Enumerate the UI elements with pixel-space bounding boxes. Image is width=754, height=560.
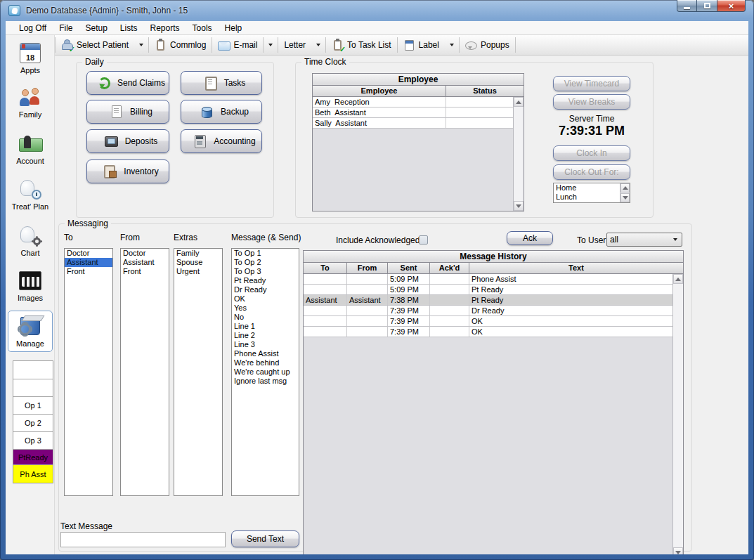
list-item[interactable]: To Op 1 [232, 249, 299, 258]
to-user-combobox[interactable]: all [606, 233, 682, 247]
list-item[interactable]: No [232, 313, 299, 322]
column-header-from[interactable]: From [347, 263, 388, 273]
email-dropdown[interactable] [264, 35, 278, 55]
list-item[interactable]: We're behind [232, 358, 299, 367]
text-message-input[interactable] [60, 532, 226, 547]
view-breaks-button[interactable]: View Breaks [553, 94, 630, 110]
column-header-text[interactable]: Text [469, 263, 683, 273]
employee-row[interactable]: Beth Assistant [313, 108, 524, 118]
list-item[interactable]: Front [65, 267, 112, 276]
letter-dropdown[interactable] [311, 35, 325, 55]
menu-item-help[interactable]: Help [219, 21, 249, 35]
list-item[interactable]: Family [174, 249, 222, 258]
menu-item-reports[interactable]: Reports [144, 21, 186, 35]
list-item[interactable]: Pt Ready [232, 276, 299, 285]
message-history-row[interactable]: 7:39 PM OK [304, 316, 672, 327]
op-row-empty[interactable] [13, 379, 53, 397]
message-history-scrollbar[interactable] [672, 274, 683, 554]
menu-item-tools[interactable]: Tools [186, 21, 219, 35]
menu-item-log-off[interactable]: Log Off [13, 21, 53, 35]
column-header-status[interactable]: Status [446, 86, 524, 96]
sidebar-item-images[interactable]: Images [8, 268, 53, 302]
list-item[interactable]: To Op 2 [232, 258, 299, 267]
inventory-button[interactable]: Inventory [86, 159, 169, 183]
sidebar-item-appts[interactable]: 18 Appts [8, 41, 53, 74]
scroll-down-icon[interactable] [620, 193, 630, 202]
list-item[interactable]: Line 3 [232, 340, 299, 349]
list-item[interactable]: Urgent [174, 267, 222, 276]
menu-item-file[interactable]: File [53, 21, 79, 35]
message-history-row[interactable]: 7:39 PM Dr Ready [304, 306, 672, 316]
list-item[interactable]: Home [554, 183, 630, 193]
title-bar[interactable]: Demo Database {Admin} - Smith, John - 15… [0, 0, 754, 21]
menu-item-lists[interactable]: Lists [114, 21, 144, 35]
commlog-button[interactable]: Commlog [149, 35, 212, 55]
sidebar-item-account[interactable]: Account [8, 131, 53, 165]
clock-out-options-list[interactable]: Home Lunch [553, 183, 630, 203]
employee-grid-scrollbar[interactable] [513, 97, 524, 211]
ack-button[interactable]: Ack [507, 231, 553, 245]
select-patient-dropdown[interactable] [134, 35, 148, 55]
close-button[interactable]: × [717, 0, 746, 12]
select-patient-button[interactable]: ✓ Select Patient [56, 35, 134, 55]
clock-in-button[interactable]: Clock In [553, 145, 630, 161]
minimize-button[interactable] [677, 0, 697, 12]
clock-out-for-button[interactable]: Clock Out For: [553, 164, 630, 180]
list-item[interactable]: Lunch [554, 193, 630, 202]
list-item[interactable]: Ignore last msg [232, 377, 299, 386]
to-task-list-button[interactable]: ✓ To Task List [326, 35, 396, 55]
tasks-button[interactable]: Tasks [181, 71, 262, 95]
message-history-row[interactable]: 7:39 PM OK [304, 327, 672, 337]
list-item[interactable]: Line 2 [232, 331, 299, 340]
column-header-sent[interactable]: Sent [388, 263, 430, 273]
list-item[interactable]: Doctor [121, 249, 169, 258]
op-row-op1[interactable]: Op 1 [13, 397, 53, 415]
list-item-selected[interactable]: Assistant [65, 258, 112, 267]
op-row-op2[interactable]: Op 2 [13, 415, 53, 432]
backup-button[interactable]: Backup [181, 100, 262, 124]
list-item[interactable]: To Op 3 [232, 267, 299, 276]
list-item[interactable]: OK [232, 294, 299, 304]
column-header-ackd[interactable]: Ack'd [430, 263, 469, 273]
list-item[interactable]: Front [121, 267, 169, 276]
billing-button[interactable]: Billing [86, 100, 169, 124]
column-header-employee[interactable]: Employee [313, 86, 446, 96]
accounting-button[interactable]: Accounting [181, 129, 262, 153]
op-row-op3[interactable]: Op 3 [13, 432, 53, 450]
message-history-row-selected[interactable]: Assistant Assistant 7:38 PM Pt Ready [304, 295, 672, 306]
scroll-down-icon[interactable] [514, 201, 524, 211]
list-item[interactable]: Doctor [65, 249, 112, 258]
scroll-down-icon[interactable] [673, 547, 683, 554]
include-acknowledged-checkbox[interactable] [419, 235, 428, 245]
list-item[interactable]: Assistant [121, 258, 169, 267]
list-item[interactable]: Spouse [174, 258, 222, 267]
list-item[interactable]: We're caught up [232, 367, 299, 377]
sidebar-item-chart[interactable]: Chart [8, 223, 53, 257]
employee-row[interactable]: Amy Reception [313, 97, 524, 108]
email-button[interactable]: E-mail [212, 35, 263, 55]
column-header-to[interactable]: To [304, 263, 347, 273]
scroll-up-icon[interactable] [514, 97, 524, 107]
scroll-up-icon[interactable] [620, 183, 630, 193]
message-history-row[interactable]: 5:09 PM Pt Ready [304, 285, 672, 295]
popups-button[interactable]: Popups [460, 35, 515, 55]
letter-button[interactable]: Letter [278, 35, 311, 55]
label-dropdown[interactable] [445, 35, 459, 55]
list-item[interactable]: Dr Ready [232, 285, 299, 294]
maximize-button[interactable] [697, 0, 717, 12]
sidebar-item-manage[interactable]: Manage [8, 311, 53, 352]
employee-row[interactable]: Sally Assistant [313, 118, 524, 129]
sidebar-item-family[interactable]: Family [8, 85, 53, 119]
send-text-button[interactable]: Send Text [231, 530, 299, 547]
send-claims-button[interactable]: Send Claims [86, 71, 169, 95]
deposits-button[interactable]: Deposits [86, 129, 169, 153]
op-row-phasst[interactable]: Ph Asst [13, 465, 53, 483]
menu-item-setup[interactable]: Setup [79, 21, 113, 35]
message-history-row[interactable]: 5:09 PM Phone Assist [304, 274, 672, 285]
scroll-up-icon[interactable] [673, 274, 683, 284]
op-row-empty[interactable] [13, 361, 53, 379]
options-scrollbar[interactable] [620, 183, 630, 202]
op-row-ptready[interactable]: PtReady [13, 450, 53, 465]
list-item[interactable]: Line 1 [232, 322, 299, 331]
list-item[interactable]: Phone Assist [232, 349, 299, 358]
